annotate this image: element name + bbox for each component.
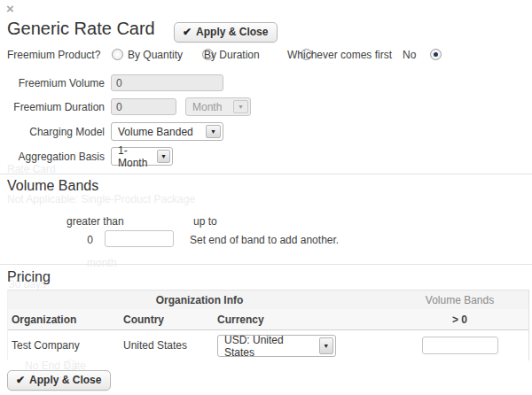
volume-bands-group-header: Volume Bands xyxy=(391,294,528,306)
price-cell xyxy=(391,337,528,354)
freemium-duration-unit-value: Month xyxy=(192,101,222,113)
page-title: Generic Rate Card xyxy=(7,19,155,39)
checkmark-icon: ✔ xyxy=(16,374,25,386)
band-end-input[interactable] xyxy=(105,230,174,247)
section-divider xyxy=(0,174,532,174)
currency-cell: USD: United States ▼ xyxy=(217,334,391,358)
band-column-header: > 0 xyxy=(391,314,528,326)
radio-no[interactable] xyxy=(430,49,442,60)
freemium-duration-label: Freemium Duration xyxy=(5,101,105,113)
aggregation-basis-value: 1-Month xyxy=(118,144,152,169)
pricing-column-header-row: Organization Country Currency > 0 xyxy=(8,309,528,330)
dropdown-arrow-icon: ▼ xyxy=(206,125,221,138)
radio-by-duration-label[interactable]: By Duration xyxy=(204,49,260,61)
dropdown-arrow-icon: ▼ xyxy=(157,150,170,163)
apply-close-button-bottom[interactable]: ✔ Apply & Close xyxy=(7,370,111,391)
pricing-heading: Pricing xyxy=(7,269,51,285)
pricing-table: Organization Info Volume Bands Organizat… xyxy=(7,290,529,360)
ghost-text: month xyxy=(87,257,116,269)
dropdown-arrow-icon: ▼ xyxy=(233,100,248,113)
freemium-volume-input[interactable] xyxy=(111,74,223,91)
currency-column-header: Currency xyxy=(217,314,391,326)
dropdown-arrow-icon: ▼ xyxy=(319,337,333,354)
charging-model-label: Charging Model xyxy=(5,126,105,138)
freemium-duration-unit-select[interactable]: Month ▼ xyxy=(185,97,251,116)
aggregation-basis-select[interactable]: 1-Month ▼ xyxy=(111,147,173,166)
rate-card-dialog: × Generic Rate Card ✔ Apply & Close Free… xyxy=(0,0,532,395)
band-helper-text: Set end of band to add another. xyxy=(190,234,339,246)
up-to-column-label: up to xyxy=(193,215,217,228)
apply-close-label: Apply & Close xyxy=(196,26,268,38)
currency-select[interactable]: USD: United States ▼ xyxy=(217,335,336,357)
table-row: Test Company United States USD: United S… xyxy=(8,330,528,360)
section-divider xyxy=(0,264,532,265)
ghost-text: Not Applicable: Single-Product Package xyxy=(7,193,195,205)
volume-bands-heading: Volume Bands xyxy=(7,178,98,194)
band-start-value: 0 xyxy=(53,234,93,246)
radio-by-quantity-label[interactable]: By Quantity xyxy=(128,49,183,61)
apply-close-button-top[interactable]: ✔ Apply & Close xyxy=(174,22,278,43)
country-column-header: Country xyxy=(123,314,217,326)
freemium-duration-input[interactable] xyxy=(111,98,176,115)
checkmark-icon: ✔ xyxy=(183,26,192,38)
aggregation-basis-label: Aggregation Basis xyxy=(5,151,105,163)
pricing-group-header-row: Organization Info Volume Bands xyxy=(8,290,528,309)
close-icon[interactable]: × xyxy=(6,1,14,16)
price-input[interactable] xyxy=(422,337,498,354)
charging-model-value: Volume Banded xyxy=(118,126,193,138)
organization-cell: Test Company xyxy=(8,339,123,352)
organization-column-header: Organization xyxy=(8,314,123,326)
radio-by-quantity[interactable] xyxy=(112,49,123,60)
charging-model-select[interactable]: Volume Banded ▼ xyxy=(111,122,223,141)
greater-than-column-label: greater than xyxy=(66,215,124,228)
freemium-volume-label: Freemium Volume xyxy=(5,77,105,89)
apply-close-label: Apply & Close xyxy=(29,374,101,386)
country-cell: United States xyxy=(123,339,217,352)
freemium-product-label: Freemium Product? xyxy=(7,49,100,61)
radio-whichever-first-label[interactable]: Whichever comes first xyxy=(287,49,392,61)
radio-no-label[interactable]: No xyxy=(403,49,416,61)
currency-value: USD: United States xyxy=(224,334,314,359)
organization-info-group-header: Organization Info xyxy=(8,294,391,306)
